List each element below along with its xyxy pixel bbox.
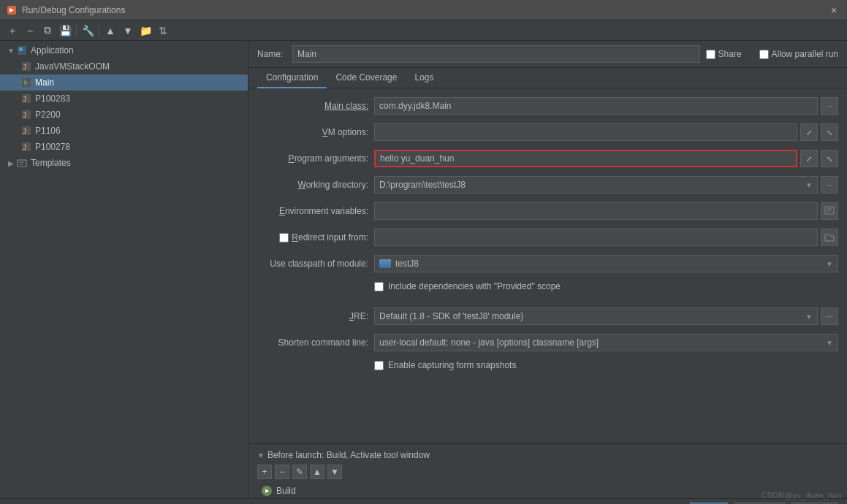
before-launch-down-button[interactable]: ▼ — [327, 465, 342, 479]
sidebar-item-p100283[interactable]: J P100283 — [0, 91, 248, 107]
before-launch-add-button[interactable]: + — [257, 465, 272, 479]
add-config-button[interactable]: + — [4, 23, 20, 39]
share-checkbox[interactable] — [706, 50, 715, 59]
classpath-row: Use classpath of module: testJ8 ▼ — [257, 255, 838, 274]
copy-config-button[interactable]: ⧉ — [39, 23, 56, 39]
sidebar-item-javavmstackoom[interactable]: J JavaVMStackOOM — [0, 58, 248, 75]
titlebar-title: Run/Debug Configurations — [22, 5, 827, 15]
jre-select[interactable]: Default (1.8 - SDK of 'testJ8' module) ▼ — [374, 308, 818, 325]
classpath-label-text: Use classpath of module: — [270, 259, 368, 269]
program-args-label-text: Program arguments: — [289, 153, 368, 164]
save-config-button[interactable]: 💾 — [57, 23, 73, 39]
sidebar-item-p2200[interactable]: J P2200 — [0, 107, 248, 123]
include-deps-checkbox[interactable] — [374, 282, 384, 291]
tab-configuration[interactable]: Configuration — [257, 68, 327, 88]
p100278-label: P100278 — [35, 142, 70, 152]
share-checkbox-row: Share — [706, 49, 742, 59]
program-args-input[interactable] — [374, 150, 797, 167]
right-panel: Name: Share Allow parallel run Configura… — [248, 41, 847, 498]
close-button[interactable]: × — [827, 3, 841, 18]
move-down-button[interactable]: ▼ — [120, 23, 136, 39]
settings-button[interactable]: 🔧 — [80, 23, 96, 39]
sidebar-item-p100278[interactable]: J P100278 — [0, 139, 248, 155]
tab-code-coverage[interactable]: Code Coverage — [327, 68, 406, 88]
before-launch-up-button[interactable]: ▲ — [310, 465, 324, 479]
redirect-input[interactable] — [374, 229, 818, 246]
vm-options-input[interactable] — [374, 123, 797, 141]
move-up-button[interactable]: ▲ — [102, 23, 118, 39]
redirect-checkbox[interactable] — [279, 233, 289, 243]
classpath-module-select[interactable]: testJ8 ▼ — [374, 255, 838, 272]
env-vars-browse-button[interactable] — [821, 202, 838, 220]
env-vars-row: Environment variables: — [257, 202, 838, 221]
shorten-cmd-select[interactable]: user-local default: none - java [options… — [374, 334, 838, 351]
folder-button[interactable]: 📁 — [137, 23, 153, 39]
jre-label-text: JRE: — [349, 311, 368, 321]
working-dir-value: D:\program\test\testJ8 — [379, 180, 466, 190]
env-vars-label: Environment variables: — [257, 202, 374, 220]
env-vars-input[interactable] — [374, 202, 818, 220]
before-launch-remove-button[interactable]: − — [275, 465, 289, 479]
svg-rect-16 — [18, 160, 26, 167]
svg-rect-19 — [825, 207, 834, 214]
vm-options-label: VM options: — [257, 123, 374, 141]
jre-browse-button[interactable]: ··· — [821, 308, 838, 325]
program-args-label: Program arguments: — [257, 150, 374, 167]
working-dir-control: D:\program\test\testJ8 ▼ ··· — [374, 176, 838, 194]
allow-parallel-label: Allow parallel run — [772, 49, 838, 59]
jre-row: JRE: Default (1.8 - SDK of 'testJ8' modu… — [257, 308, 838, 327]
before-launch-edit-button[interactable]: ✎ — [292, 465, 307, 479]
sidebar-item-application[interactable]: ▼ Application — [0, 42, 248, 58]
javavmstackoom-label: JavaVMStackOOM — [35, 61, 110, 72]
svg-rect-3 — [19, 47, 23, 51]
capture-snapshots-control: Enable capturing form snapshots — [374, 360, 838, 370]
titlebar: Run/Debug Configurations × — [0, 0, 847, 20]
templates-label: Templates — [31, 158, 71, 168]
main-class-input[interactable] — [374, 97, 818, 115]
capture-snapshots-checkbox[interactable] — [374, 361, 384, 370]
tab-logs[interactable]: Logs — [406, 68, 442, 88]
jre-control: Default (1.8 - SDK of 'testJ8' module) ▼… — [374, 308, 838, 325]
main-class-control: ··· — [374, 97, 838, 115]
watermark: CSDN@yu_duan_hun — [761, 491, 841, 500]
working-dir-input[interactable]: D:\program\test\testJ8 ▼ — [374, 176, 818, 194]
dialog-body: ▼ Application J JavaVMStackOOM — [0, 41, 847, 498]
application-label: Application — [31, 45, 74, 56]
redirect-browse-button[interactable] — [821, 229, 838, 246]
name-input[interactable] — [292, 45, 700, 63]
classpath-label: Use classpath of module: — [257, 255, 374, 272]
allow-parallel-checkbox[interactable] — [759, 50, 769, 59]
share-label: Share — [718, 49, 742, 59]
vm-options-expand2-button[interactable]: ⤡ — [821, 123, 838, 141]
before-launch-collapse-arrow[interactable]: ▼ — [257, 451, 265, 459]
sort-button[interactable]: ⇅ — [155, 23, 171, 39]
java-icon-1: J — [20, 61, 32, 72]
module-icon — [379, 259, 391, 268]
build-item: Build — [257, 484, 838, 498]
classpath-control: testJ8 ▼ — [374, 255, 838, 272]
working-dir-browse-button[interactable]: ··· — [821, 176, 838, 194]
allow-parallel-checkbox-row: Allow parallel run — [759, 49, 838, 59]
sidebar-item-p1106[interactable]: J P1106 — [0, 123, 248, 139]
vm-options-label-text: VM options: — [322, 127, 368, 137]
sidebar-item-main[interactable]: Main — [0, 75, 248, 91]
working-dir-label-text: Working directory: — [298, 180, 368, 190]
p100283-label: P100283 — [35, 93, 70, 104]
main-class-label: Main class: — [257, 97, 374, 115]
capture-snapshots-checkbox-row: Enable capturing form snapshots — [374, 360, 516, 370]
build-icon — [262, 486, 272, 496]
working-dir-arrow: ▼ — [805, 181, 813, 189]
main-class-browse-button[interactable]: ··· — [821, 97, 838, 115]
sidebar-item-templates[interactable]: ▶ Templates — [0, 155, 248, 171]
include-deps-control: Include dependencies with "Provided" sco… — [374, 281, 838, 291]
p1106-label: P1106 — [35, 126, 61, 136]
remove-config-button[interactable]: − — [22, 23, 38, 39]
jre-value: Default (1.8 - SDK of 'testJ8' module) — [379, 311, 523, 321]
program-args-expand2-button[interactable]: ⤡ — [821, 150, 838, 167]
program-args-expand-button[interactable]: ⤢ — [800, 150, 818, 167]
config-panel: Main class: ··· VM options: ⤢ ⤡ — [248, 88, 847, 443]
vm-options-row: VM options: ⤢ ⤡ — [257, 123, 838, 142]
app-icon — [6, 4, 18, 16]
working-dir-label: Working directory: — [257, 176, 374, 194]
vm-options-expand-button[interactable]: ⤢ — [800, 123, 818, 141]
